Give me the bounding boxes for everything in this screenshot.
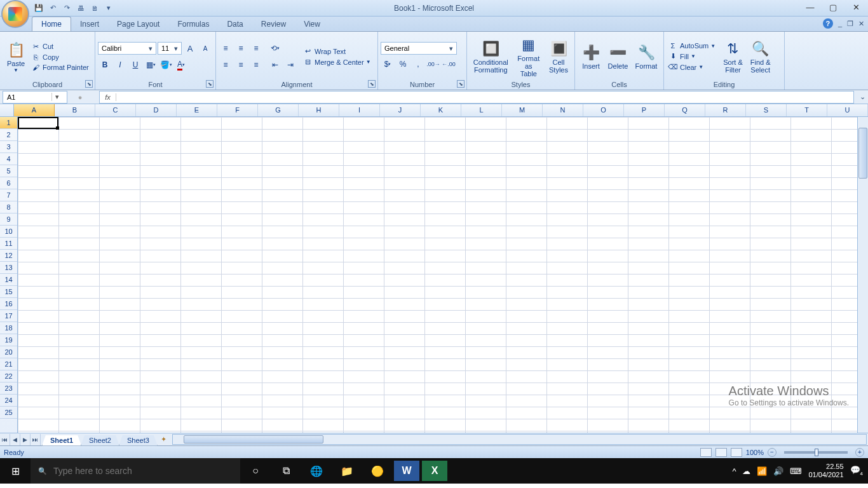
font-size-combo[interactable]: 11▾ bbox=[158, 42, 182, 55]
format-cells-button[interactable]: 🔧Format bbox=[632, 42, 661, 71]
chrome-icon[interactable]: 🟡 bbox=[362, 458, 393, 484]
sheet-tab-sheet2[interactable]: Sheet2 bbox=[81, 435, 119, 446]
column-header-F[interactable]: F bbox=[217, 104, 258, 116]
row-header-2[interactable]: 2 bbox=[0, 129, 17, 141]
close-button[interactable]: ✕ bbox=[848, 1, 864, 13]
chevron-down-icon[interactable]: ▾ bbox=[172, 44, 180, 53]
taskbar-search[interactable]: 🔍 bbox=[31, 458, 240, 484]
cell-styles-button[interactable]: 🔳Cell Styles bbox=[545, 38, 572, 75]
task-view-button[interactable]: ⧉ bbox=[271, 458, 301, 484]
name-box[interactable]: ▾ bbox=[3, 91, 67, 104]
column-header-C[interactable]: C bbox=[95, 104, 136, 116]
column-header-B[interactable]: B bbox=[55, 104, 95, 116]
column-header-S[interactable]: S bbox=[746, 104, 787, 116]
orientation-button[interactable]: ⟲▾ bbox=[268, 41, 282, 55]
fill-color-button[interactable]: 🪣▾ bbox=[159, 58, 173, 72]
column-header-Q[interactable]: Q bbox=[665, 104, 705, 116]
row-header-4[interactable]: 4 bbox=[0, 153, 17, 165]
column-header-D[interactable]: D bbox=[136, 104, 177, 116]
sheet-nav-first-icon[interactable]: ⏮ bbox=[0, 434, 10, 445]
row-header-9[interactable]: 9 bbox=[0, 214, 17, 226]
column-header-R[interactable]: R bbox=[705, 104, 746, 116]
row-header-1[interactable]: 1 bbox=[0, 117, 17, 129]
active-cell[interactable] bbox=[18, 117, 58, 129]
row-header-19[interactable]: 19 bbox=[0, 334, 17, 346]
minimize-ribbon-icon[interactable]: _ bbox=[838, 20, 842, 27]
sheet-nav-last-icon[interactable]: ⏭ bbox=[31, 434, 41, 445]
align-center-button[interactable]: ≡ bbox=[234, 58, 248, 72]
row-header-25[interactable]: 25 bbox=[0, 407, 17, 419]
help-icon[interactable]: ? bbox=[823, 18, 833, 29]
expand-formula-bar-icon[interactable]: ⌄ bbox=[857, 93, 868, 101]
align-bottom-button[interactable]: ≡ bbox=[249, 41, 263, 55]
zoom-handle[interactable] bbox=[815, 449, 818, 456]
column-header-M[interactable]: M bbox=[502, 104, 543, 116]
office-button[interactable] bbox=[1, 0, 29, 28]
insert-cells-button[interactable]: ➕Insert bbox=[578, 42, 604, 71]
row-header-20[interactable]: 20 bbox=[0, 346, 17, 358]
redo-icon[interactable]: ↷ bbox=[61, 3, 72, 14]
cut-button[interactable]: ✂Cut bbox=[29, 42, 90, 51]
column-header-E[interactable]: E bbox=[177, 104, 217, 116]
select-all-corner[interactable] bbox=[0, 104, 14, 116]
comma-button[interactable]: , bbox=[411, 57, 425, 71]
column-header-U[interactable]: U bbox=[827, 104, 868, 116]
format-as-table-button[interactable]: ▦Format as Table bbox=[512, 34, 545, 79]
column-header-J[interactable]: J bbox=[380, 104, 421, 116]
merge-center-button[interactable]: ⊟Merge & Center ▼ bbox=[301, 57, 372, 67]
formula-input[interactable] bbox=[116, 93, 853, 101]
percent-button[interactable]: % bbox=[396, 57, 410, 71]
maximize-button[interactable]: ▢ bbox=[825, 1, 841, 13]
number-format-combo[interactable]: General▾ bbox=[381, 42, 457, 55]
minimize-button[interactable]: — bbox=[802, 1, 818, 13]
row-header-23[interactable]: 23 bbox=[0, 383, 17, 395]
bold-button[interactable]: B bbox=[98, 58, 112, 72]
paste-button[interactable]: 📋 Paste ▼ bbox=[3, 39, 29, 74]
font-name-combo[interactable]: Calibri▾ bbox=[98, 42, 156, 55]
increase-decimal-button[interactable]: .00→ bbox=[426, 57, 440, 71]
align-middle-button[interactable]: ≡ bbox=[234, 41, 248, 55]
row-header-7[interactable]: 7 bbox=[0, 189, 17, 201]
qat-customize-icon[interactable]: ▾ bbox=[103, 3, 114, 14]
start-button[interactable]: ⊞ bbox=[0, 458, 31, 484]
restore-window-icon[interactable]: ❐ bbox=[847, 20, 853, 28]
row-header-3[interactable]: 3 bbox=[0, 141, 17, 153]
fill-button[interactable]: ⬇Fill ▼ bbox=[667, 51, 717, 61]
word-icon[interactable]: W bbox=[394, 461, 419, 481]
print-preview-icon[interactable]: 🗎 bbox=[89, 3, 100, 14]
accounting-format-button[interactable]: $▾ bbox=[381, 57, 395, 71]
format-painter-button[interactable]: 🖌Format Painter bbox=[29, 63, 90, 72]
tray-chevron-icon[interactable]: ^ bbox=[732, 466, 736, 476]
taskbar-search-input[interactable] bbox=[53, 466, 233, 476]
zoom-slider[interactable] bbox=[784, 451, 848, 454]
keyboard-icon[interactable]: ⌨ bbox=[790, 466, 802, 476]
tab-page-layout[interactable]: Page Layout bbox=[108, 17, 168, 31]
clear-button[interactable]: ⌫Clear ▼ bbox=[667, 62, 717, 72]
cancel-formula-icon[interactable]: ● bbox=[78, 93, 83, 101]
increase-indent-button[interactable]: ⇥ bbox=[283, 58, 297, 72]
delete-cells-button[interactable]: ➖Delete bbox=[604, 42, 632, 71]
quick-print-icon[interactable]: 🖶 bbox=[75, 3, 86, 14]
notifications-icon[interactable]: 💬4 bbox=[850, 465, 863, 477]
paste-dropdown-icon[interactable]: ▼ bbox=[13, 67, 18, 73]
row-header-15[interactable]: 15 bbox=[0, 286, 17, 298]
row-header-17[interactable]: 17 bbox=[0, 310, 17, 322]
font-color-button[interactable]: A▾ bbox=[174, 58, 188, 72]
conditional-formatting-button[interactable]: 🔲Conditional Formatting bbox=[470, 38, 512, 75]
tab-view[interactable]: View bbox=[295, 17, 329, 31]
column-header-K[interactable]: K bbox=[421, 104, 461, 116]
column-header-O[interactable]: O bbox=[583, 104, 624, 116]
sheet-nav-prev-icon[interactable]: ◀ bbox=[10, 434, 20, 445]
decrease-indent-button[interactable]: ⇤ bbox=[268, 58, 282, 72]
find-select-button[interactable]: 🔍Find & Select bbox=[747, 38, 775, 75]
cortana-button[interactable]: ○ bbox=[240, 458, 271, 484]
name-box-input[interactable] bbox=[3, 93, 51, 101]
save-icon[interactable]: 💾 bbox=[33, 3, 44, 14]
row-header-12[interactable]: 12 bbox=[0, 250, 17, 262]
alignment-launcher-icon[interactable]: ⬊ bbox=[368, 80, 376, 88]
horizontal-scrollbar[interactable] bbox=[172, 434, 867, 445]
row-header-10[interactable]: 10 bbox=[0, 226, 17, 238]
font-launcher-icon[interactable]: ⬊ bbox=[206, 80, 214, 88]
underline-button[interactable]: U bbox=[128, 58, 142, 72]
new-sheet-button[interactable]: ✦ bbox=[157, 435, 171, 444]
